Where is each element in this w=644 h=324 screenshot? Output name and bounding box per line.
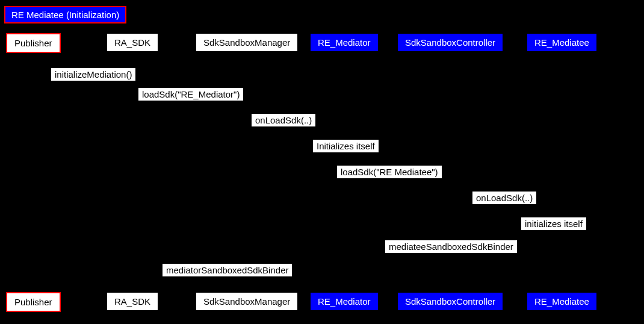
- message-onload-sdk-2: onLoadSdk(..): [472, 192, 536, 204]
- participant-publisher-top: Publisher: [6, 33, 61, 53]
- participant-re-mediator-top: RE_Mediator: [310, 33, 379, 52]
- message-initialize-mediation: initializeMediation(): [51, 68, 135, 81]
- participant-sdk-sandbox-manager-top: SdkSandboxManager: [196, 33, 298, 52]
- message-load-sdk-mediator: loadSdk("RE_Mediator"): [138, 88, 243, 101]
- participant-ra-sdk-bottom: RA_SDK: [107, 292, 158, 311]
- participant-re-mediatee-top: RE_Mediatee: [527, 33, 597, 52]
- message-load-sdk-mediatee: loadSdk("RE Mediatee"): [337, 166, 442, 178]
- message-onload-sdk-1: onLoadSdk(..): [252, 114, 315, 126]
- participant-sdk-sandbox-controller-top: SdkSandboxController: [397, 33, 503, 52]
- message-initializes-itself-2: initializes itself: [521, 217, 586, 230]
- message-mediatee-binder: mediateeSandboxedSdkBinder: [385, 240, 517, 253]
- message-initializes-itself-1: Initializes itself: [313, 140, 379, 152]
- participant-sdk-sandbox-controller-bottom: SdkSandboxController: [397, 292, 503, 311]
- participant-ra-sdk-top: RA_SDK: [107, 33, 158, 52]
- participant-re-mediatee-bottom: RE_Mediatee: [527, 292, 597, 311]
- participant-sdk-sandbox-manager-bottom: SdkSandboxManager: [196, 292, 298, 311]
- message-mediator-binder: mediatorSandboxedSdkBinder: [163, 264, 292, 276]
- participant-publisher-bottom: Publisher: [6, 292, 61, 312]
- diagram-title: RE Mediatee (Initialization): [4, 6, 126, 23]
- participant-re-mediator-bottom: RE_Mediator: [310, 292, 379, 311]
